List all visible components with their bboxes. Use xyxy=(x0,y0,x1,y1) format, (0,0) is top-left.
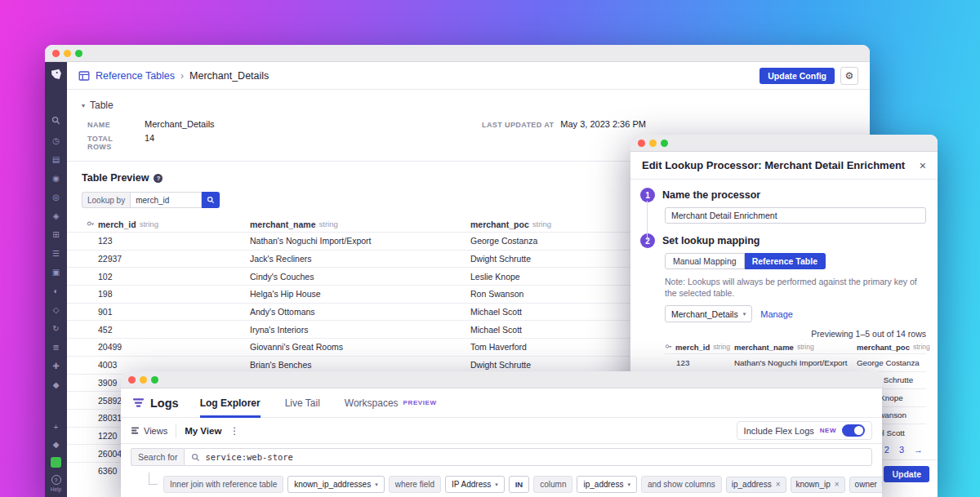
synthetics-icon[interactable]: ◇ xyxy=(53,305,60,315)
tag-label: owner xyxy=(855,480,877,489)
remove-tag-icon[interactable]: × xyxy=(776,480,781,489)
name-label: NAME xyxy=(87,121,138,129)
minimize-window-button[interactable] xyxy=(649,140,657,147)
column-header[interactable]: merchant_poc xyxy=(470,220,529,229)
logs-window: Logs Log Explorer Live Tail Workspaces P… xyxy=(121,371,882,497)
column-tag[interactable]: owner × xyxy=(849,477,882,493)
rum-icon[interactable]: ◐ xyxy=(53,286,58,296)
search-icon xyxy=(207,196,215,204)
preview-badge: PREVIEW xyxy=(403,399,437,406)
network-icon[interactable]: ⊞ xyxy=(52,230,59,240)
tab-live-tail[interactable]: Live Tail xyxy=(285,388,320,418)
events-icon[interactable]: ◷ xyxy=(52,136,60,146)
manual-mapping-tab[interactable]: Manual Mapping xyxy=(665,253,745,269)
processes-icon[interactable]: ☰ xyxy=(52,249,60,259)
logs-nav-icon[interactable]: ≣ xyxy=(52,343,59,353)
divider xyxy=(176,424,176,438)
include-flex-logs-control: Include Flex Logs NEW xyxy=(737,421,872,440)
window1-titlebar xyxy=(45,45,870,62)
close-window-button[interactable] xyxy=(52,50,60,57)
remove-tag-icon[interactable]: × xyxy=(835,480,840,489)
column-header[interactable]: merchant_name xyxy=(250,220,316,229)
column-header[interactable]: merch_id xyxy=(98,220,136,229)
ci-icon[interactable]: ↻ xyxy=(52,324,59,334)
security-icon[interactable]: ▣ xyxy=(52,268,60,277)
last-updated-label: LAST UPDATED AT xyxy=(482,121,554,129)
flex-logs-toggle[interactable] xyxy=(842,424,865,437)
tab-log-explorer[interactable]: Log Explorer xyxy=(200,388,261,418)
bookmark-icon[interactable]: ◆ xyxy=(53,440,60,450)
update-button[interactable]: Update xyxy=(884,466,929,482)
column-tag[interactable]: ip_address × xyxy=(726,477,786,493)
column-type: string xyxy=(797,343,814,351)
chevron-down-icon: ▾ xyxy=(375,481,378,488)
help-tooltip-icon[interactable]: ? xyxy=(154,174,163,183)
views-button[interactable]: Views xyxy=(131,426,167,436)
column-header[interactable]: merchant_name xyxy=(734,343,794,352)
column-type: string xyxy=(532,220,551,229)
chevron-down-icon: ▾ xyxy=(627,481,630,488)
column-header[interactable]: merch_id xyxy=(675,343,710,352)
lookup-preview-header: merch_id string merchant_name string mer… xyxy=(665,340,926,353)
cell-merchant-name: Andy's Ottomans xyxy=(250,307,470,317)
column-type: string xyxy=(140,220,158,229)
table-row[interactable]: 123 Nathan's Noguchi Import/Export Georg… xyxy=(665,353,926,371)
green-app-icon[interactable] xyxy=(51,457,61,468)
join-table-select[interactable]: known_ip_addresses ▾ xyxy=(287,476,384,493)
field-select[interactable]: IP Address ▾ xyxy=(445,476,505,493)
breadcrumb-section-link[interactable]: Reference Tables xyxy=(96,70,175,82)
infrastructure-icon[interactable]: ◈ xyxy=(53,211,60,221)
column-type: string xyxy=(913,343,930,351)
minimize-window-button[interactable] xyxy=(140,376,147,384)
close-window-button[interactable] xyxy=(128,376,136,384)
logs-search-row: Search for service:web-store xyxy=(121,444,882,470)
update-config-button[interactable]: Update Config xyxy=(760,68,835,84)
help-question-icon: ? xyxy=(51,475,61,485)
primary-key-icon xyxy=(87,220,95,229)
log-search-input[interactable]: service:web-store xyxy=(184,448,872,466)
zoom-window-button[interactable] xyxy=(661,140,668,147)
metrics-icon[interactable]: ▤ xyxy=(52,155,60,165)
join-table-value: known_ip_addresses xyxy=(294,480,371,489)
zoom-window-button[interactable] xyxy=(151,376,158,384)
chevron-down-icon: ▾ xyxy=(495,481,498,488)
chevron-down-icon: ▾ xyxy=(743,311,746,317)
apm-icon[interactable]: ◎ xyxy=(52,193,60,202)
remove-tag-icon[interactable]: × xyxy=(881,480,882,489)
close-icon[interactable]: × xyxy=(920,159,926,172)
sidebar-help[interactable]: ? Help xyxy=(51,475,61,492)
page-link[interactable]: 2 xyxy=(884,445,889,455)
close-window-button[interactable] xyxy=(638,140,645,147)
table-section-header[interactable]: ▾ Table xyxy=(82,100,855,111)
cell-merch-id: 20499 xyxy=(87,342,250,352)
where-field-label: where field xyxy=(389,476,441,493)
operator-chip[interactable]: IN xyxy=(509,476,530,493)
reference-table-select[interactable]: Merchant_Details ▾ xyxy=(665,305,752,322)
column-select[interactable]: ip_address ▾ xyxy=(577,476,636,493)
create-icon[interactable]: + xyxy=(54,423,59,433)
cell-merchant-name: Jack's Recliners xyxy=(250,254,470,264)
page-link[interactable]: 3 xyxy=(899,445,904,455)
minimize-window-button[interactable] xyxy=(64,50,71,57)
workflows-icon[interactable]: ◆ xyxy=(53,380,60,390)
watchdog-icon[interactable]: ◉ xyxy=(52,174,60,184)
integrations-icon[interactable]: ✚ xyxy=(52,362,59,371)
cell-merchant-name: Nathan's Noguchi Import/Export xyxy=(734,358,857,367)
my-view-label[interactable]: My View xyxy=(185,426,221,436)
reference-table-tab[interactable]: Reference Table xyxy=(745,253,826,269)
datadog-logo-icon[interactable] xyxy=(49,68,63,82)
field-value: IP Address xyxy=(452,480,491,489)
search-for-label: Search for xyxy=(131,448,184,466)
manage-link[interactable]: Manage xyxy=(760,309,793,319)
search-icon[interactable] xyxy=(51,116,60,127)
settings-gear-button[interactable]: ⚙ xyxy=(840,67,858,85)
kebab-menu-icon[interactable]: ⋮ xyxy=(229,425,239,437)
zoom-window-button[interactable] xyxy=(75,50,82,57)
processor-name-input[interactable]: Merchant Detail Enrichment xyxy=(665,207,926,224)
column-tag[interactable]: known_ip × xyxy=(791,477,845,493)
lookup-search-button[interactable] xyxy=(202,192,220,208)
lookup-input[interactable]: merch_id xyxy=(130,192,202,208)
column-header[interactable]: merchant_poc xyxy=(857,343,910,352)
tab-workspaces[interactable]: Workspaces PREVIEW xyxy=(345,388,437,418)
pagination-next-icon[interactable]: → xyxy=(914,445,923,455)
